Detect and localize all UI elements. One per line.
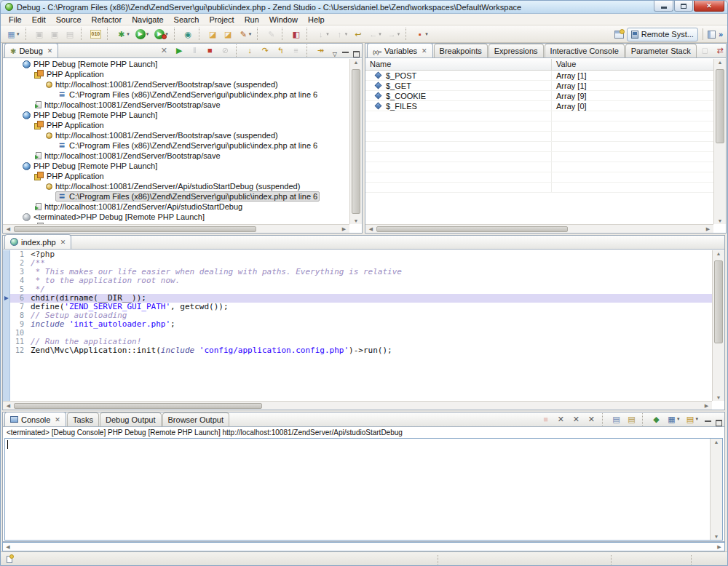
tab-console-close-icon[interactable]: ✕ <box>55 416 60 423</box>
tree-row[interactable]: PHP Debug [Remote PHP Launch] <box>3 59 349 69</box>
tab-breakpoints[interactable]: Breakpoints <box>434 44 488 57</box>
code-line[interactable]: 1<?php <box>3 250 712 259</box>
variable-empty-row[interactable] <box>365 142 713 152</box>
debug-horizontal-scrollbar-thumb[interactable] <box>14 226 256 232</box>
close-button[interactable]: ✕ <box>694 1 724 12</box>
scroll-down-icon[interactable]: ▼ <box>714 218 726 223</box>
tab-tasks[interactable]: Tasks <box>67 412 99 426</box>
open-console-button-dropdown-icon[interactable]: ▾ <box>695 416 698 422</box>
editor-horizontal-scrollbar[interactable]: ◀ ▶ <box>3 401 712 410</box>
editor-horizontal-scrollbar-thumb[interactable] <box>14 403 262 409</box>
tab-expressions[interactable]: Expressions <box>488 44 544 57</box>
scroll-right-icon[interactable]: ▶ <box>703 226 713 232</box>
scroll-right-icon[interactable]: ▶ <box>339 226 349 232</box>
variable-row[interactable]: $_POSTArray [1] <box>365 71 713 81</box>
open-remote-file-button[interactable]: ◪ <box>221 27 235 41</box>
minimize-button[interactable] <box>654 1 673 12</box>
remove-all-terminated-button[interactable]: ✕ <box>157 44 171 57</box>
variable-empty-row[interactable] <box>365 183 713 193</box>
variable-empty-row[interactable] <box>365 162 713 172</box>
debug-vertical-scrollbar-thumb[interactable] <box>352 69 360 214</box>
variable-row[interactable]: $_COOKIEArray [9] <box>365 91 713 101</box>
tree-row[interactable]: ≡C:\Program Files (x86)\Zend\ZendServer\… <box>3 140 349 151</box>
code-line-empty[interactable] <box>3 390 712 399</box>
tab-variables-close-icon[interactable]: ✕ <box>422 47 427 55</box>
scroll-down-icon[interactable]: ▼ <box>713 395 724 400</box>
scroll-down-icon[interactable]: ▼ <box>350 218 362 223</box>
code-line-empty[interactable] <box>3 381 712 390</box>
new-wizard-button[interactable]: ▦▾ <box>4 27 22 41</box>
menu-source[interactable]: Source <box>51 14 87 25</box>
use-step-filters-button[interactable]: ↠ <box>314 44 328 57</box>
terminate-button[interactable]: ■ <box>203 44 217 57</box>
run-button[interactable]: ▶▾ <box>133 27 151 41</box>
debug-perspective-button[interactable] <box>708 31 716 39</box>
menu-file[interactable]: File <box>4 14 27 25</box>
console-output[interactable]: ▲ ▼ <box>4 438 723 541</box>
tree-row[interactable]: http://localhost:10081/ZendServer/Api/st… <box>3 202 349 212</box>
variable-empty-row[interactable] <box>365 152 713 162</box>
external-tools-button[interactable]: ✎▾ <box>237 27 254 41</box>
tree-row[interactable]: ≡C:\Program Files (x86)\Zend\ZendServer\… <box>3 89 349 100</box>
menu-refactor[interactable]: Refactor <box>87 14 127 25</box>
tab-parameter-stack[interactable]: Parameter Stack <box>625 44 697 57</box>
debug-maximize-icon[interactable] <box>352 51 360 57</box>
tree-row[interactable]: <terminated>PHP Debug [Remote PHP Launch… <box>3 212 349 222</box>
menu-navigate[interactable]: Navigate <box>127 14 168 25</box>
server-view-button[interactable]: ◧ <box>289 27 303 41</box>
console-horizontal-scrollbar[interactable]: ◀ ▶ <box>2 542 725 551</box>
close-console-button[interactable]: ✕ <box>585 412 598 426</box>
remote-systems-perspective-button[interactable]: Remote Syst... <box>627 28 698 41</box>
console-vertical-scrollbar[interactable]: ▲ ▼ <box>710 439 722 540</box>
variable-empty-row[interactable] <box>365 172 713 183</box>
variables-vertical-scrollbar-thumb[interactable] <box>716 69 724 143</box>
tab-index-php-close-icon[interactable]: ✕ <box>60 239 66 246</box>
tree-row[interactable]: http://localhost:10081/ZendServer/Bootst… <box>3 151 349 161</box>
perspective-overflow-chevron[interactable]: » <box>719 30 723 39</box>
last-edit-location-button[interactable]: ↩ <box>351 27 365 41</box>
scroll-left-icon[interactable]: ◀ <box>3 226 14 232</box>
step-into-button[interactable]: ↓ <box>243 44 257 57</box>
scroll-right-icon[interactable]: ▶ <box>716 544 723 550</box>
scroll-lock-button[interactable]: ▤ <box>625 412 638 426</box>
menu-edit[interactable]: Edit <box>27 14 51 25</box>
title-bar[interactable]: Debug - C:\Program Files (x86)\Zend\Zend… <box>1 1 727 14</box>
remove-all-terminated-launches-button[interactable]: ✕ <box>569 412 583 426</box>
variable-row[interactable]: $_FILESArray [0] <box>365 101 713 111</box>
variable-empty-row[interactable] <box>365 121 713 132</box>
tab-index-php[interactable]: index.php ✕ <box>4 234 71 249</box>
menu-run[interactable]: Run <box>240 14 264 25</box>
variable-row[interactable]: $_GETArray [1] <box>365 81 713 91</box>
code-line[interactable]: 4 * to the application root now. <box>3 276 712 285</box>
console-minimize-icon[interactable] <box>704 420 712 426</box>
tree-row[interactable]: http://localhost:10081/ZendServer/Bootst… <box>3 130 349 140</box>
open-perspective-button[interactable] <box>614 31 624 39</box>
debug-button[interactable]: ✱▾ <box>114 27 132 41</box>
profile-button[interactable]: ▶▾ <box>152 27 170 41</box>
tree-row[interactable]: http://localhost:10081/ZendServer/Bootst… <box>3 100 349 110</box>
tree-row[interactable]: http://localhost:10081/ZendServer/Api/st… <box>3 181 349 191</box>
tree-row[interactable]: PHP Application <box>3 69 349 79</box>
tab-browser-output[interactable]: Browser Output <box>162 412 229 426</box>
tree-row[interactable]: PHP Debug [Remote PHP Launch] <box>3 110 349 120</box>
tab-variables[interactable]: Variables✕ <box>367 43 433 57</box>
variable-empty-row[interactable] <box>365 132 713 142</box>
scroll-left-icon[interactable]: ◀ <box>3 403 14 409</box>
debug-button-dropdown-icon[interactable]: ▾ <box>127 31 130 37</box>
column-name[interactable]: Name <box>365 59 552 70</box>
editor-vertical-scrollbar-thumb[interactable] <box>714 260 723 343</box>
code-line[interactable]: 9include 'init_autoloader.php'; <box>3 320 712 329</box>
debug-minimize-icon[interactable] <box>341 51 349 57</box>
scroll-up-icon[interactable]: ▲ <box>714 60 726 65</box>
run-button-dropdown-icon[interactable]: ▾ <box>146 31 149 37</box>
column-value[interactable]: Value <box>552 59 713 70</box>
editor-vertical-scrollbar[interactable]: ▲ ▼ <box>712 250 724 401</box>
tree-row[interactable]: PHP Debug [Remote PHP Launch] <box>3 161 349 171</box>
scroll-up-icon[interactable]: ▲ <box>713 251 724 256</box>
menu-search[interactable]: Search <box>169 14 205 25</box>
tab-interactive-console[interactable]: Interactive Console <box>545 44 625 57</box>
scroll-left-icon[interactable]: ◀ <box>365 226 376 232</box>
tab-debug-output[interactable]: Debug Output <box>100 412 162 426</box>
code-editor[interactable]: 1<?php2/**3 * This makes our life easier… <box>3 250 712 401</box>
debug-view-menu-icon[interactable]: ▽ <box>333 51 337 57</box>
